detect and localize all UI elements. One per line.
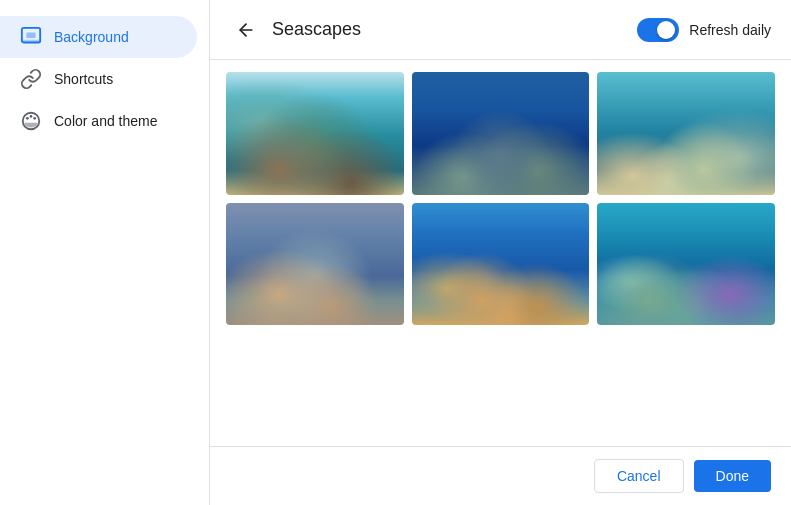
image-grid-container[interactable] <box>210 60 791 446</box>
main-content: Seascapes Refresh daily C <box>210 0 791 505</box>
refresh-daily-label: Refresh daily <box>689 22 771 38</box>
done-button[interactable]: Done <box>694 460 771 492</box>
refresh-daily-toggle[interactable] <box>637 18 679 42</box>
link-icon <box>20 68 42 90</box>
sidebar-item-background-label: Background <box>54 29 129 45</box>
grid-item-4[interactable] <box>226 203 404 326</box>
header-right: Refresh daily <box>637 18 771 42</box>
sidebar-item-color-theme-label: Color and theme <box>54 113 158 129</box>
grid-item-2[interactable] <box>412 72 590 195</box>
header-left: Seascapes <box>230 14 361 46</box>
grid-item-3[interactable] <box>597 72 775 195</box>
toggle-slider <box>637 18 679 42</box>
footer: Cancel Done <box>210 446 791 505</box>
page-title: Seascapes <box>272 19 361 40</box>
svg-point-4 <box>30 115 33 118</box>
grid-item-1[interactable] <box>226 72 404 195</box>
cancel-button[interactable]: Cancel <box>594 459 684 493</box>
svg-point-5 <box>33 117 36 120</box>
palette-icon <box>20 110 42 132</box>
header: Seascapes Refresh daily <box>210 0 791 60</box>
back-button[interactable] <box>230 14 262 46</box>
dialog: Background Shortcuts <box>0 0 791 505</box>
svg-rect-1 <box>22 40 40 43</box>
sidebar-item-color-theme[interactable]: Color and theme <box>0 100 197 142</box>
back-arrow-icon <box>236 20 256 40</box>
grid-item-5[interactable] <box>412 203 590 326</box>
sidebar-item-background[interactable]: Background <box>0 16 197 58</box>
grid-item-6[interactable] <box>597 203 775 326</box>
image-grid <box>226 72 775 325</box>
sidebar-item-shortcuts-label: Shortcuts <box>54 71 113 87</box>
sidebar: Background Shortcuts <box>0 0 210 505</box>
svg-point-3 <box>26 117 29 120</box>
sidebar-item-shortcuts[interactable]: Shortcuts <box>0 58 197 100</box>
background-icon <box>20 26 42 48</box>
